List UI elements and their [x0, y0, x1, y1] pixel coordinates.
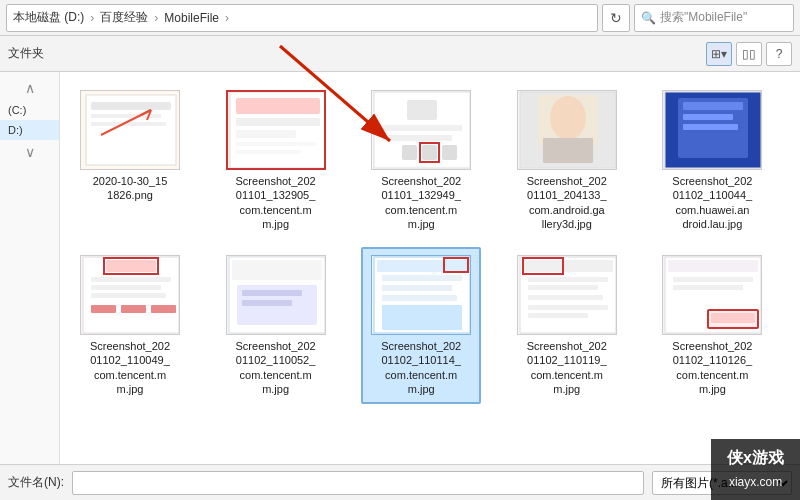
file-thumbnail	[517, 255, 617, 335]
file-name: 2020-10-30_151826.png	[93, 174, 168, 203]
filename-input[interactable]	[72, 471, 644, 495]
svg-rect-11	[236, 142, 316, 146]
file-item[interactable]: Screenshot_20201101_132949_com.tencent.m…	[361, 82, 481, 239]
main-area: ∧ (C:) D:) ∨	[0, 72, 800, 464]
svg-rect-10	[236, 130, 296, 138]
file-name: Screenshot_20201102_110126_com.tencent.m…	[672, 339, 752, 396]
thumb-svg	[81, 255, 179, 335]
file-thumbnail	[517, 90, 617, 170]
svg-rect-9	[236, 118, 320, 126]
file-thumbnail	[662, 90, 762, 170]
view-grid-button[interactable]: ⊞▾	[706, 42, 732, 66]
svg-rect-31	[106, 260, 156, 272]
svg-rect-17	[402, 145, 417, 160]
svg-rect-54	[528, 277, 608, 282]
thumb-svg	[81, 90, 179, 170]
file-thumbnail	[371, 90, 471, 170]
breadcrumb-folder2: MobileFile	[164, 11, 219, 25]
search-box[interactable]: 🔍 搜索"MobileFile"	[634, 4, 794, 32]
breadcrumb-sep1: ›	[90, 11, 94, 25]
file-thumbnail	[80, 90, 180, 170]
thumb-svg	[518, 90, 616, 170]
toolbar-right: ⊞▾ ▯▯ ?	[706, 42, 792, 66]
file-thumbnail	[371, 255, 471, 335]
thumb-svg	[372, 90, 470, 170]
file-item[interactable]: Screenshot_20201102_110119_com.tencent.m…	[507, 247, 627, 404]
file-item[interactable]: Screenshot_20201102_110044_com.huawei.an…	[652, 82, 772, 239]
svg-rect-29	[683, 124, 738, 130]
thumb-svg	[372, 255, 470, 335]
file-item[interactable]: Screenshot_20201101_132905_com.tencent.m…	[216, 82, 336, 239]
filename-label: 文件名(N):	[8, 474, 64, 491]
breadcrumb-sep2: ›	[154, 11, 158, 25]
file-name: Screenshot_20201102_110114_com.tencent.m…	[381, 339, 461, 396]
file-name: Screenshot_20201101_204133_com.android.g…	[527, 174, 607, 231]
thumb-svg	[228, 90, 324, 170]
watermark: 侠x游戏xiayx.com	[711, 439, 800, 500]
svg-rect-57	[528, 305, 608, 310]
file-name: Screenshot_20201101_132905_com.tencent.m…	[236, 174, 316, 231]
svg-rect-19	[442, 145, 457, 160]
addr-controls: ↻	[602, 4, 630, 32]
svg-rect-47	[382, 285, 452, 291]
sidebar-item-c[interactable]: (C:)	[0, 100, 59, 120]
svg-rect-8	[236, 98, 320, 114]
folder-label: 文件夹	[8, 45, 44, 62]
svg-rect-48	[382, 295, 457, 301]
file-thumbnail	[226, 90, 326, 170]
svg-rect-43	[242, 300, 292, 306]
svg-rect-14	[407, 100, 437, 120]
file-name: Screenshot_20201102_110119_com.tencent.m…	[527, 339, 607, 396]
svg-rect-3	[91, 122, 166, 126]
svg-rect-24	[543, 138, 593, 163]
file-name: Screenshot_20201102_110052_com.tencent.m…	[236, 339, 316, 396]
thumb-svg	[663, 255, 761, 335]
svg-point-23	[550, 96, 586, 140]
file-thumbnail	[80, 255, 180, 335]
thumb-svg	[227, 255, 325, 335]
file-item[interactable]: 2020-10-30_151826.png	[70, 82, 190, 239]
svg-rect-15	[382, 125, 462, 131]
file-grid: 2020-10-30_151826.png Screenshot_2020110…	[60, 72, 800, 464]
breadcrumb-computer: 本地磁盘 (D:)	[13, 9, 84, 26]
refresh-button[interactable]: ↻	[602, 4, 630, 32]
svg-rect-64	[711, 313, 755, 323]
svg-rect-27	[683, 102, 743, 110]
svg-rect-34	[91, 285, 161, 290]
file-item[interactable]: Screenshot_20201101_204133_com.android.g…	[507, 82, 627, 239]
file-item[interactable]: Screenshot_20201102_110114_com.tencent.m…	[361, 247, 481, 404]
search-placeholder: 搜索"MobileFile"	[660, 9, 747, 26]
view-pane-button[interactable]: ▯▯	[736, 42, 762, 66]
address-bar: 本地磁盘 (D:) › 百度经验 › MobileFile › ↻ 🔍 搜索"M…	[0, 0, 800, 36]
help-button[interactable]: ?	[766, 42, 792, 66]
sidebar-scroll-up[interactable]: ∧	[0, 76, 59, 100]
svg-rect-60	[668, 260, 758, 272]
svg-rect-42	[242, 290, 302, 296]
svg-rect-1	[91, 102, 171, 110]
bottom-bar: 文件名(N): 所有图片(*.a...	[0, 464, 800, 500]
breadcrumb-folder1: 百度经验	[100, 9, 148, 26]
file-item[interactable]: Screenshot_20201102_110126_com.tencent.m…	[652, 247, 772, 404]
sidebar-item-d[interactable]: D:)	[0, 120, 59, 140]
file-name: Screenshot_20201102_110049_com.tencent.m…	[90, 339, 170, 396]
svg-rect-16	[382, 135, 452, 141]
file-item[interactable]: Screenshot_20201102_110052_com.tencent.m…	[216, 247, 336, 404]
search-icon: 🔍	[641, 11, 656, 25]
svg-rect-36	[91, 305, 116, 313]
file-thumbnail	[226, 255, 326, 335]
svg-rect-46	[382, 275, 462, 281]
file-item[interactable]: Screenshot_20201102_110049_com.tencent.m…	[70, 247, 190, 404]
svg-rect-33	[91, 277, 171, 282]
svg-rect-56	[528, 295, 603, 300]
svg-rect-45	[377, 260, 467, 272]
svg-rect-61	[673, 277, 753, 282]
file-name: Screenshot_20201101_132949_com.tencent.m…	[381, 174, 461, 231]
breadcrumb[interactable]: 本地磁盘 (D:) › 百度经验 › MobileFile ›	[6, 4, 598, 32]
thumb-svg	[518, 255, 616, 335]
svg-rect-49	[382, 305, 462, 330]
svg-rect-38	[151, 305, 176, 313]
file-name: Screenshot_20201102_110044_com.huawei.an…	[672, 174, 752, 231]
svg-rect-35	[91, 293, 166, 298]
sidebar-scroll-down[interactable]: ∨	[0, 140, 59, 164]
svg-rect-55	[528, 285, 598, 290]
